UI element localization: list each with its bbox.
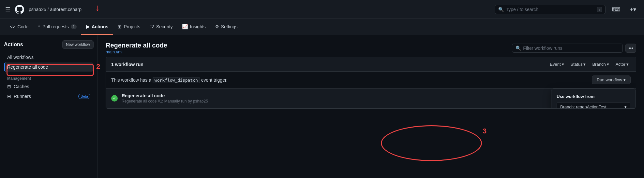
filter-event-button[interactable]: Event ▾: [548, 61, 566, 67]
popup-chevron-icon: ▾: [624, 104, 627, 109]
breadcrumb-user[interactable]: pshao25: [29, 7, 46, 12]
new-workflow-button[interactable]: New workflow: [62, 40, 94, 49]
tab-insights-label: Insights: [190, 24, 206, 29]
more-options-button[interactable]: •••: [625, 44, 636, 53]
tab-pull-requests-label: Pull requests: [42, 24, 69, 29]
runs-filters: Event ▾ Status ▾ Branch ▾ Actor ▾: [548, 61, 631, 67]
tab-settings[interactable]: ⚙ Settings: [210, 19, 242, 35]
terminal-button[interactable]: ⌨: [609, 5, 623, 14]
runners-label: Runners: [14, 94, 31, 99]
dispatch-code: workflow_dispatch: [153, 77, 200, 83]
breadcrumb-repo[interactable]: autorest.csharp: [50, 7, 82, 12]
runs-header: 1 workflow run Event ▾ Status ▾ Branch ▾…: [106, 57, 636, 72]
status-success-icon: ✓: [111, 95, 118, 102]
dispatch-banner: This workflow has a workflow_dispatch ev…: [106, 72, 636, 89]
filter-search-icon: 🔍: [516, 46, 521, 51]
run-workflow-label: Run workflow: [597, 77, 622, 82]
tab-security[interactable]: 🛡 Security: [145, 19, 177, 35]
sidebar-item-caches[interactable]: ⊟ Caches: [4, 82, 94, 91]
runners-beta-badge: Beta: [78, 94, 90, 99]
tab-security-label: Security: [156, 24, 173, 29]
pull-request-icon: ⑂: [37, 24, 40, 29]
sidebar-management-section: Management: [4, 72, 94, 82]
tab-pull-requests[interactable]: ⑂ Pull requests 1: [33, 19, 81, 35]
tab-actions-label: Actions: [92, 24, 108, 29]
search-input[interactable]: [506, 7, 595, 12]
sidebar-title: Actions: [4, 42, 23, 48]
tab-projects-label: Projects: [124, 24, 140, 29]
page-content: Regenerate all code main.yml 🔍 •••: [98, 35, 644, 178]
insights-icon: 📈: [182, 24, 188, 30]
run-meta: Regenerate all code #1: Manually run by …: [122, 99, 596, 103]
tab-actions[interactable]: ▶ Actions: [81, 19, 113, 35]
sidebar: Actions New workflow All workflows Regen…: [0, 35, 98, 178]
filter-status-button[interactable]: Status ▾: [569, 61, 588, 67]
all-workflows-label: All workflows: [7, 55, 34, 60]
active-workflow-label: Regenerate all code: [7, 64, 48, 70]
dispatch-text: This workflow has a workflow_dispatch ev…: [111, 77, 228, 83]
search-kbd: /: [597, 7, 602, 12]
run-info: Regenerate all code Regenerate all code …: [122, 93, 596, 103]
global-search[interactable]: 🔍 /: [495, 5, 606, 14]
top-nav: ☰ pshao25 / autorest.csharp 🔍 / ⌨ +▾: [0, 0, 644, 19]
github-logo: [14, 4, 25, 15]
runners-icon: ⊟: [7, 94, 11, 99]
tab-code-label: Code: [18, 24, 28, 29]
security-icon: 🛡: [149, 24, 154, 29]
main-content: Actions New workflow All workflows Regen…: [0, 35, 644, 178]
breadcrumb-separator: /: [48, 7, 49, 12]
breadcrumb: pshao25 / autorest.csharp: [29, 7, 82, 12]
run-workflow-chevron-icon: ▾: [623, 77, 626, 82]
filter-actor-button[interactable]: Actor ▾: [614, 61, 631, 67]
run-workflow-popup: Use workflow from Branch: regenActionTes…: [551, 89, 636, 109]
add-menu-button[interactable]: +▾: [627, 5, 639, 14]
caches-icon: ⊟: [7, 84, 11, 89]
repo-nav: <> Code ⑂ Pull requests 1 ▶ Actions ⊞ Pr…: [0, 19, 644, 35]
popup-title: Use workflow from: [557, 94, 630, 99]
tab-projects[interactable]: ⊞ Projects: [113, 19, 145, 35]
actions-icon: ▶: [86, 24, 90, 30]
runs-container: 1 workflow run Event ▾ Status ▾ Branch ▾…: [106, 57, 636, 109]
filter-branch-button[interactable]: Branch ▾: [590, 61, 611, 67]
sidebar-item-runners[interactable]: ⊟ Runners Beta: [4, 92, 94, 101]
tab-code[interactable]: <> Code: [5, 19, 33, 35]
search-icon: 🔍: [498, 7, 504, 12]
run-name[interactable]: Regenerate all code: [122, 93, 596, 98]
sidebar-header: Actions New workflow: [4, 40, 94, 49]
caches-label: Caches: [14, 84, 29, 89]
hamburger-menu-icon[interactable]: ☰: [5, 6, 10, 13]
page-subtitle: main.yml: [106, 49, 167, 54]
code-icon: <>: [10, 24, 16, 29]
sidebar-item-all-workflows[interactable]: All workflows: [4, 53, 94, 62]
page-title: Regenerate all code: [106, 42, 167, 49]
popup-branch-label: Branch: regenActionTest: [560, 104, 607, 109]
filter-search[interactable]: 🔍: [512, 44, 623, 53]
pull-requests-badge: 1: [71, 24, 77, 29]
page-header: Regenerate all code main.yml 🔍 •••: [106, 42, 636, 54]
popup-branch-select[interactable]: Branch: regenActionTest ▾: [557, 102, 630, 109]
sidebar-item-regenerate-all-code[interactable]: Regenerate all code: [4, 62, 94, 72]
filter-input[interactable]: [523, 46, 619, 51]
workflow-file-link[interactable]: main.yml: [106, 49, 123, 54]
workflow-run-row[interactable]: ✓ Regenerate all code Regenerate all cod…: [106, 89, 636, 108]
settings-icon: ⚙: [215, 24, 219, 30]
projects-icon: ⊞: [117, 24, 122, 30]
tab-settings-label: Settings: [221, 24, 238, 29]
run-workflow-button[interactable]: Run workflow ▾: [592, 75, 631, 84]
runs-count: 1 workflow run: [111, 62, 143, 67]
tab-insights[interactable]: 📈 Insights: [177, 19, 210, 35]
